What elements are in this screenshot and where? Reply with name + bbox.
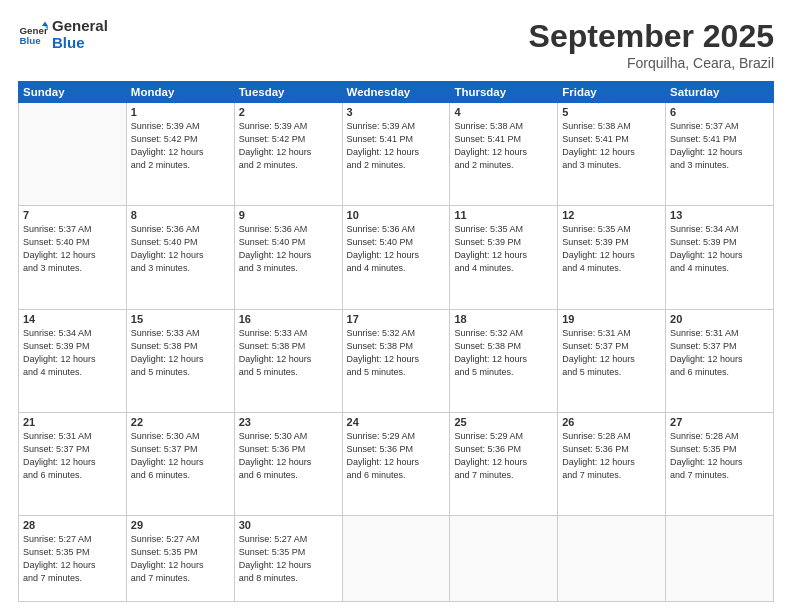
- calendar-cell: 18Sunrise: 5:32 AM Sunset: 5:38 PM Dayli…: [450, 309, 558, 412]
- calendar-cell: 12Sunrise: 5:35 AM Sunset: 5:39 PM Dayli…: [558, 206, 666, 309]
- day-number: 14: [23, 313, 122, 325]
- day-info: Sunrise: 5:29 AM Sunset: 5:36 PM Dayligh…: [347, 430, 446, 482]
- calendar-week-row: 7Sunrise: 5:37 AM Sunset: 5:40 PM Daylig…: [19, 206, 774, 309]
- day-number: 28: [23, 519, 122, 531]
- day-info: Sunrise: 5:28 AM Sunset: 5:35 PM Dayligh…: [670, 430, 769, 482]
- calendar-cell: 28Sunrise: 5:27 AM Sunset: 5:35 PM Dayli…: [19, 516, 127, 602]
- calendar-cell: 19Sunrise: 5:31 AM Sunset: 5:37 PM Dayli…: [558, 309, 666, 412]
- logo-line1: General: [52, 18, 108, 35]
- day-number: 24: [347, 416, 446, 428]
- day-info: Sunrise: 5:32 AM Sunset: 5:38 PM Dayligh…: [454, 327, 553, 379]
- calendar-cell: 2Sunrise: 5:39 AM Sunset: 5:42 PM Daylig…: [234, 103, 342, 206]
- day-number: 29: [131, 519, 230, 531]
- calendar-week-row: 14Sunrise: 5:34 AM Sunset: 5:39 PM Dayli…: [19, 309, 774, 412]
- day-number: 3: [347, 106, 446, 118]
- calendar-cell: 16Sunrise: 5:33 AM Sunset: 5:38 PM Dayli…: [234, 309, 342, 412]
- col-header-tuesday: Tuesday: [234, 82, 342, 103]
- day-info: Sunrise: 5:36 AM Sunset: 5:40 PM Dayligh…: [347, 223, 446, 275]
- calendar-week-row: 21Sunrise: 5:31 AM Sunset: 5:37 PM Dayli…: [19, 412, 774, 515]
- calendar-cell: 4Sunrise: 5:38 AM Sunset: 5:41 PM Daylig…: [450, 103, 558, 206]
- day-info: Sunrise: 5:32 AM Sunset: 5:38 PM Dayligh…: [347, 327, 446, 379]
- day-info: Sunrise: 5:39 AM Sunset: 5:42 PM Dayligh…: [239, 120, 338, 172]
- day-number: 25: [454, 416, 553, 428]
- day-info: Sunrise: 5:27 AM Sunset: 5:35 PM Dayligh…: [239, 533, 338, 585]
- calendar-week-row: 28Sunrise: 5:27 AM Sunset: 5:35 PM Dayli…: [19, 516, 774, 602]
- col-header-monday: Monday: [126, 82, 234, 103]
- day-number: 11: [454, 209, 553, 221]
- calendar-cell: 13Sunrise: 5:34 AM Sunset: 5:39 PM Dayli…: [666, 206, 774, 309]
- day-number: 18: [454, 313, 553, 325]
- day-info: Sunrise: 5:34 AM Sunset: 5:39 PM Dayligh…: [23, 327, 122, 379]
- day-info: Sunrise: 5:35 AM Sunset: 5:39 PM Dayligh…: [454, 223, 553, 275]
- day-info: Sunrise: 5:36 AM Sunset: 5:40 PM Dayligh…: [239, 223, 338, 275]
- svg-marker-2: [42, 21, 48, 26]
- day-number: 2: [239, 106, 338, 118]
- calendar-cell: 14Sunrise: 5:34 AM Sunset: 5:39 PM Dayli…: [19, 309, 127, 412]
- calendar-cell: 20Sunrise: 5:31 AM Sunset: 5:37 PM Dayli…: [666, 309, 774, 412]
- day-info: Sunrise: 5:31 AM Sunset: 5:37 PM Dayligh…: [670, 327, 769, 379]
- day-info: Sunrise: 5:27 AM Sunset: 5:35 PM Dayligh…: [131, 533, 230, 585]
- day-info: Sunrise: 5:30 AM Sunset: 5:37 PM Dayligh…: [131, 430, 230, 482]
- header: General Blue General Blue September 2025…: [18, 18, 774, 71]
- day-info: Sunrise: 5:29 AM Sunset: 5:36 PM Dayligh…: [454, 430, 553, 482]
- day-info: Sunrise: 5:38 AM Sunset: 5:41 PM Dayligh…: [454, 120, 553, 172]
- day-info: Sunrise: 5:35 AM Sunset: 5:39 PM Dayligh…: [562, 223, 661, 275]
- calendar-cell: 6Sunrise: 5:37 AM Sunset: 5:41 PM Daylig…: [666, 103, 774, 206]
- day-number: 12: [562, 209, 661, 221]
- day-info: Sunrise: 5:39 AM Sunset: 5:41 PM Dayligh…: [347, 120, 446, 172]
- day-number: 19: [562, 313, 661, 325]
- day-number: 5: [562, 106, 661, 118]
- day-number: 13: [670, 209, 769, 221]
- calendar-cell: 24Sunrise: 5:29 AM Sunset: 5:36 PM Dayli…: [342, 412, 450, 515]
- calendar-cell: 26Sunrise: 5:28 AM Sunset: 5:36 PM Dayli…: [558, 412, 666, 515]
- calendar-cell: 29Sunrise: 5:27 AM Sunset: 5:35 PM Dayli…: [126, 516, 234, 602]
- logo: General Blue General Blue: [18, 18, 108, 51]
- calendar-cell: 17Sunrise: 5:32 AM Sunset: 5:38 PM Dayli…: [342, 309, 450, 412]
- calendar-cell: 15Sunrise: 5:33 AM Sunset: 5:38 PM Dayli…: [126, 309, 234, 412]
- calendar-cell: 25Sunrise: 5:29 AM Sunset: 5:36 PM Dayli…: [450, 412, 558, 515]
- day-number: 1: [131, 106, 230, 118]
- day-number: 8: [131, 209, 230, 221]
- day-info: Sunrise: 5:31 AM Sunset: 5:37 PM Dayligh…: [562, 327, 661, 379]
- calendar-cell: 3Sunrise: 5:39 AM Sunset: 5:41 PM Daylig…: [342, 103, 450, 206]
- day-info: Sunrise: 5:27 AM Sunset: 5:35 PM Dayligh…: [23, 533, 122, 585]
- day-info: Sunrise: 5:34 AM Sunset: 5:39 PM Dayligh…: [670, 223, 769, 275]
- calendar-cell: 1Sunrise: 5:39 AM Sunset: 5:42 PM Daylig…: [126, 103, 234, 206]
- calendar-cell: 10Sunrise: 5:36 AM Sunset: 5:40 PM Dayli…: [342, 206, 450, 309]
- day-number: 17: [347, 313, 446, 325]
- calendar-cell: 27Sunrise: 5:28 AM Sunset: 5:35 PM Dayli…: [666, 412, 774, 515]
- title-block: September 2025 Forquilha, Ceara, Brazil: [529, 18, 774, 71]
- day-number: 6: [670, 106, 769, 118]
- day-number: 7: [23, 209, 122, 221]
- day-number: 9: [239, 209, 338, 221]
- calendar-cell: [558, 516, 666, 602]
- day-info: Sunrise: 5:28 AM Sunset: 5:36 PM Dayligh…: [562, 430, 661, 482]
- calendar-cell: 5Sunrise: 5:38 AM Sunset: 5:41 PM Daylig…: [558, 103, 666, 206]
- logo-icon: General Blue: [18, 20, 48, 50]
- col-header-friday: Friday: [558, 82, 666, 103]
- svg-text:General: General: [20, 24, 49, 35]
- calendar: SundayMondayTuesdayWednesdayThursdayFrid…: [18, 81, 774, 602]
- day-info: Sunrise: 5:39 AM Sunset: 5:42 PM Dayligh…: [131, 120, 230, 172]
- day-info: Sunrise: 5:33 AM Sunset: 5:38 PM Dayligh…: [239, 327, 338, 379]
- day-number: 4: [454, 106, 553, 118]
- page: General Blue General Blue September 2025…: [0, 0, 792, 612]
- day-info: Sunrise: 5:31 AM Sunset: 5:37 PM Dayligh…: [23, 430, 122, 482]
- calendar-cell: [666, 516, 774, 602]
- day-info: Sunrise: 5:33 AM Sunset: 5:38 PM Dayligh…: [131, 327, 230, 379]
- svg-text:Blue: Blue: [20, 35, 42, 46]
- day-number: 30: [239, 519, 338, 531]
- calendar-cell: 8Sunrise: 5:36 AM Sunset: 5:40 PM Daylig…: [126, 206, 234, 309]
- calendar-cell: [19, 103, 127, 206]
- subtitle: Forquilha, Ceara, Brazil: [529, 55, 774, 71]
- day-number: 21: [23, 416, 122, 428]
- col-header-sunday: Sunday: [19, 82, 127, 103]
- calendar-cell: 11Sunrise: 5:35 AM Sunset: 5:39 PM Dayli…: [450, 206, 558, 309]
- col-header-thursday: Thursday: [450, 82, 558, 103]
- month-title: September 2025: [529, 18, 774, 55]
- calendar-cell: [342, 516, 450, 602]
- day-number: 20: [670, 313, 769, 325]
- col-header-saturday: Saturday: [666, 82, 774, 103]
- day-info: Sunrise: 5:30 AM Sunset: 5:36 PM Dayligh…: [239, 430, 338, 482]
- day-number: 22: [131, 416, 230, 428]
